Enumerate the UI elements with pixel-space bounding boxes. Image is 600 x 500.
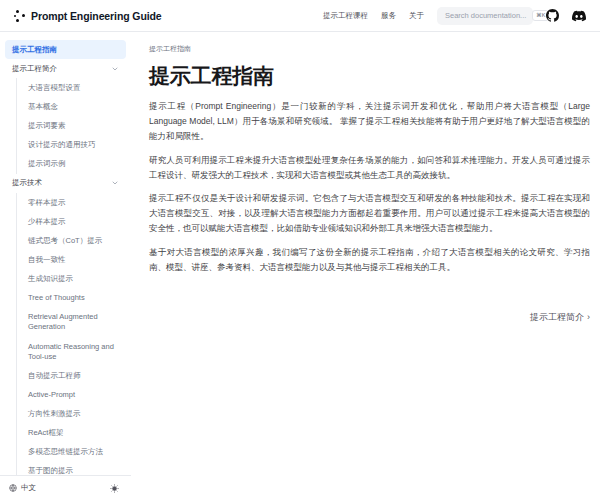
- sidebar-item[interactable]: 多模态思维链提示方法: [16, 443, 126, 462]
- sidebar-item-label: 方向性刺激提示: [28, 409, 81, 419]
- sidebar-item[interactable]: 提示工程指南: [5, 40, 126, 59]
- sidebar-item-label: 生成知识提示: [28, 274, 73, 284]
- sidebar-item[interactable]: Tree of Thoughts: [16, 289, 126, 308]
- site-logo[interactable]: Prompt Engineering Guide: [14, 9, 162, 23]
- article-body: 提示工程（Prompt Engineering）是一门较新的学科，关注提示词开发…: [149, 99, 590, 275]
- next-page-link[interactable]: 提示工程简介 ›: [149, 311, 590, 324]
- sidebar-item-label: 少样本提示: [28, 217, 66, 227]
- sidebar-item-label: 基于图的提示: [28, 466, 73, 475]
- sidebar-item[interactable]: 提示词示例: [16, 155, 126, 174]
- sidebar-item[interactable]: 方向性刺激提示: [16, 405, 126, 424]
- main-content: 提示工程指南 提示工程指南 提示工程（Prompt Engineering）是一…: [131, 32, 600, 500]
- language-label: 中文: [21, 483, 36, 493]
- chevron-down-icon: [111, 179, 119, 187]
- sidebar-item-label: 提示词要素: [28, 121, 66, 131]
- sidebar-item[interactable]: Automatic Reasoning and Tool-use: [16, 337, 126, 366]
- sidebar-item-label: 基本概念: [28, 102, 58, 112]
- nav-link-about[interactable]: 关于: [409, 11, 424, 21]
- breadcrumb: 提示工程指南: [149, 44, 590, 54]
- search-placeholder: Search documentation...: [445, 11, 526, 20]
- sidebar-item[interactable]: 自动提示工程师: [16, 366, 126, 385]
- sidebar-item-label: 提示词示例: [28, 159, 66, 169]
- github-icon[interactable]: [546, 9, 559, 22]
- body-paragraph: 研究人员可利用提示工程来提升大语言模型处理复杂任务场景的能力，如问答和算术推理能…: [149, 153, 590, 183]
- header-nav: 提示工程课程 服务 关于 Search documentation... ⌘K: [323, 7, 586, 25]
- nav-link-services[interactable]: 服务: [381, 11, 396, 21]
- sidebar-item-label: ReAct框架: [28, 428, 63, 438]
- sidebar-item[interactable]: 基本概念: [16, 97, 126, 116]
- sidebar-item[interactable]: 提示词要素: [16, 117, 126, 136]
- top-navbar: Prompt Engineering Guide 提示工程课程 服务 关于 Se…: [0, 0, 600, 32]
- sidebar-item-label: 提示工程简介: [12, 64, 57, 74]
- chevron-down-icon: [111, 65, 119, 73]
- sidebar-item[interactable]: 设计提示的通用技巧: [16, 136, 126, 155]
- body-paragraph: 基于对大语言模型的浓厚兴趣，我们编写了这份全新的提示工程指南，介绍了大语言模型相…: [149, 245, 590, 275]
- sidebar-nav: 提示工程指南提示工程简介大语言模型设置基本概念提示词要素设计提示的通用技巧提示词…: [0, 32, 131, 475]
- sidebar-item-label: 零样本提示: [28, 198, 66, 208]
- language-selector[interactable]: 中文: [9, 483, 36, 493]
- sidebar-item-label: 自动提示工程师: [28, 371, 81, 381]
- sidebar-item[interactable]: 链式思考（CoT）提示: [16, 231, 126, 250]
- logo-dots-icon: [14, 9, 25, 23]
- sidebar-item[interactable]: 大语言模型设置: [16, 78, 126, 97]
- chevron-right-icon: ›: [587, 312, 590, 322]
- sidebar-item-label: 提示技术: [12, 178, 42, 188]
- sidebar-item[interactable]: Active-Prompt: [16, 385, 126, 404]
- sidebar-item-label: 自我一致性: [28, 255, 66, 265]
- sidebar-item[interactable]: 基于图的提示: [16, 462, 126, 475]
- sidebar-footer: 中文: [0, 475, 131, 500]
- sidebar-item-label: Retrieval Augmented Generation: [28, 312, 119, 332]
- nav-link-course[interactable]: 提示工程课程: [323, 11, 368, 21]
- sidebar-item-label: 大语言模型设置: [28, 83, 81, 93]
- globe-icon: [9, 484, 17, 492]
- sidebar-item-label: 多模态思维链提示方法: [28, 447, 103, 457]
- site-title: Prompt Engineering Guide: [31, 10, 162, 22]
- page-title: 提示工程指南: [149, 62, 590, 90]
- sidebar-item[interactable]: 少样本提示: [16, 212, 126, 231]
- body-paragraph: 提示工程（Prompt Engineering）是一门较新的学科，关注提示词开发…: [149, 99, 590, 144]
- discord-icon[interactable]: [572, 9, 586, 23]
- sidebar-item[interactable]: ReAct框架: [16, 424, 126, 443]
- sidebar-item[interactable]: 零样本提示: [16, 193, 126, 212]
- sidebar-item[interactable]: 提示工程简介: [5, 59, 126, 78]
- sidebar-item-label: 提示工程指南: [12, 45, 57, 55]
- search-input[interactable]: Search documentation... ⌘K: [437, 7, 533, 25]
- sidebar-item-label: Active-Prompt: [28, 390, 75, 400]
- sidebar-item[interactable]: Retrieval Augmented Generation: [16, 308, 126, 337]
- sidebar-item-label: Automatic Reasoning and Tool-use: [28, 342, 119, 362]
- sidebar-item-label: Tree of Thoughts: [28, 293, 85, 303]
- sidebar-item-label: 链式思考（CoT）提示: [28, 236, 102, 246]
- body-paragraph: 提示工程不仅仅是关于设计和研发提示词。它包含了与大语言模型交互和研发的各种技能和…: [149, 191, 590, 236]
- next-page-label: 提示工程简介: [530, 311, 584, 324]
- sidebar-item[interactable]: 生成知识提示: [16, 270, 126, 289]
- sidebar-item[interactable]: 自我一致性: [16, 250, 126, 269]
- theme-toggle-icon[interactable]: [110, 484, 119, 493]
- sidebar-item[interactable]: 提示技术: [5, 174, 126, 193]
- sidebar: 提示工程指南提示工程简介大语言模型设置基本概念提示词要素设计提示的通用技巧提示词…: [0, 32, 131, 500]
- sidebar-item-label: 设计提示的通用技巧: [28, 140, 96, 150]
